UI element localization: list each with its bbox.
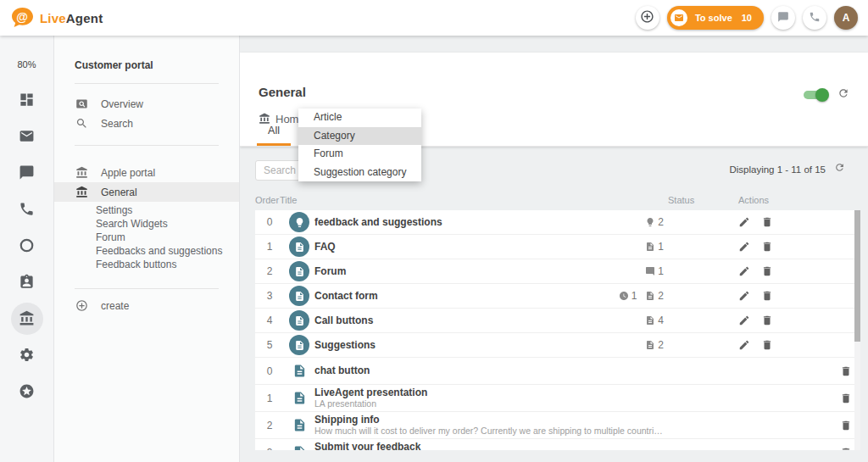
to-solve-button[interactable]: To solve 10 <box>667 6 764 30</box>
delete-icon[interactable] <box>761 216 773 228</box>
row-title[interactable]: FAQ <box>314 241 562 253</box>
delete-icon[interactable] <box>761 314 773 326</box>
row-actions <box>664 314 854 326</box>
rail-item-mail[interactable] <box>0 118 53 154</box>
category-row[interactable]: 5Suggestions2 <box>255 333 854 358</box>
delete-icon[interactable] <box>761 290 773 302</box>
category-row[interactable]: 3Contact form12 <box>255 284 854 309</box>
page-title: General <box>259 85 306 99</box>
rail-item-gear[interactable] <box>0 337 53 373</box>
app-icon-rail: 80% <box>0 36 54 462</box>
document-icon <box>284 310 314 331</box>
bank-icon <box>75 166 88 179</box>
sidebar-item-create[interactable]: create <box>54 296 239 315</box>
delete-icon[interactable] <box>840 447 852 451</box>
delete-icon[interactable] <box>761 339 773 351</box>
divider <box>75 145 219 146</box>
row-actions <box>664 339 854 351</box>
row-title[interactable]: Contact form <box>314 290 562 302</box>
categories-table: 0feedback and suggestions21FAQ12Forum13C… <box>255 210 854 450</box>
rail-item-ring[interactable] <box>0 227 53 264</box>
scrollbar-thumb[interactable] <box>854 210 860 342</box>
edit-icon[interactable] <box>738 314 750 326</box>
refresh-icon[interactable] <box>834 162 845 173</box>
column-header-actions: Actions <box>738 195 769 205</box>
article-row[interactable]: 3Submit your feedbackDo you have any ide… <box>255 439 854 450</box>
category-row[interactable]: 0feedback and suggestions2 <box>255 210 854 235</box>
refresh-icon[interactable] <box>837 87 849 99</box>
user-avatar[interactable]: A <box>834 6 858 30</box>
row-title[interactable]: feedback and suggestions <box>314 216 562 228</box>
delete-icon[interactable] <box>840 365 852 377</box>
rail-item-bank[interactable] <box>0 300 53 337</box>
menu-item-category[interactable]: Category <box>298 127 421 146</box>
edit-icon[interactable] <box>738 265 750 277</box>
category-row[interactable]: 1FAQ1 <box>255 235 854 259</box>
chats-button[interactable] <box>771 6 795 30</box>
row-actions <box>664 216 854 228</box>
menu-item-forum[interactable]: Forum <box>298 145 421 164</box>
liveagent-logo[interactable]: @ LiveAgent <box>10 7 103 29</box>
sidebar-item-apple-portal[interactable]: Apple portal <box>54 163 239 182</box>
bank-icon <box>75 186 88 198</box>
category-row[interactable]: 2Forum1 <box>255 259 854 284</box>
row-title[interactable]: Forum <box>314 265 562 277</box>
menu-item-suggestion-category[interactable]: Suggestion category <box>298 164 421 182</box>
row-title-block[interactable]: LiveAgent presentationLA presentation <box>314 387 664 409</box>
column-header-title: Title <box>280 195 297 205</box>
rail-item-dashboard[interactable] <box>0 81 53 118</box>
row-title: Shipping info <box>314 415 664 426</box>
envelope-icon <box>670 9 687 26</box>
row-title: LiveAgent presentation <box>314 387 664 398</box>
article-row[interactable]: 0chat button <box>255 358 854 385</box>
edit-icon[interactable] <box>738 216 750 228</box>
delete-icon[interactable] <box>840 392 852 404</box>
row-order: 0 <box>255 365 284 377</box>
calls-button[interactable] <box>803 6 826 30</box>
rail-item-chat[interactable] <box>0 154 53 191</box>
sidebar-subitem-feedbacks-and-suggestions[interactable]: Feedbacks and suggestions <box>96 244 239 258</box>
row-title-block[interactable]: Shipping infoHow much will it cost to de… <box>314 415 664 437</box>
phone-icon <box>809 11 821 25</box>
portal-enabled-toggle[interactable] <box>804 88 829 102</box>
row-actions <box>765 420 854 431</box>
article-row[interactable]: 1LiveAgent presentationLA presentation <box>255 385 854 412</box>
edit-icon[interactable] <box>738 339 750 351</box>
column-header-order: Order <box>255 195 279 205</box>
row-title[interactable]: Call buttons <box>314 314 562 326</box>
pageview-icon <box>75 97 88 110</box>
menu-item-article[interactable]: Article <box>298 109 421 127</box>
sidebar-subitem-search-widgets[interactable]: Search Widgets <box>96 217 239 231</box>
row-title-block[interactable]: chat button <box>314 365 664 376</box>
top-header: @ LiveAgent To solve 10 A <box>0 0 868 36</box>
delete-icon[interactable] <box>761 265 773 277</box>
edit-icon[interactable] <box>738 290 750 302</box>
rail-item-star-circle[interactable] <box>0 373 53 409</box>
row-title[interactable]: Suggestions <box>314 339 562 351</box>
add-button[interactable] <box>636 6 659 30</box>
status-count: 1 <box>658 241 664 253</box>
document-icon <box>284 418 314 432</box>
sidebar-subitem-forum[interactable]: Forum <box>96 231 239 244</box>
brand-text: LiveAgent <box>40 11 103 25</box>
sidebar-subitem-settings[interactable]: Settings <box>96 203 239 217</box>
rail-item-phone[interactable] <box>0 191 53 227</box>
tab-all[interactable]: All <box>257 125 291 143</box>
row-order: 3 <box>255 290 284 302</box>
plus-circle-icon <box>75 299 88 312</box>
category-row[interactable]: 4Call buttons4 <box>255 309 854 333</box>
article-row[interactable]: 2Shipping infoHow much will it cost to d… <box>255 412 854 439</box>
rail-item-contact-card[interactable] <box>0 264 53 300</box>
delete-icon[interactable] <box>840 420 852 431</box>
delete-icon[interactable] <box>761 241 773 253</box>
row-title: chat button <box>314 365 664 376</box>
sidebar-item-general[interactable]: General <box>54 182 239 202</box>
sidebar-item-overview[interactable]: Overview <box>54 94 239 114</box>
pagination-status: Displaying 1 - 11 of 15 <box>729 164 826 175</box>
edit-icon[interactable] <box>738 241 750 253</box>
sidebar-subitem-feedback-buttons[interactable]: Feedback buttons <box>96 258 239 271</box>
row-title-block[interactable]: Submit your feedbackDo you have any idea… <box>314 442 664 451</box>
active-tab-underline <box>257 143 291 146</box>
sidebar-item-search[interactable]: Search <box>54 114 239 133</box>
table-scrollbar[interactable] <box>854 210 860 450</box>
